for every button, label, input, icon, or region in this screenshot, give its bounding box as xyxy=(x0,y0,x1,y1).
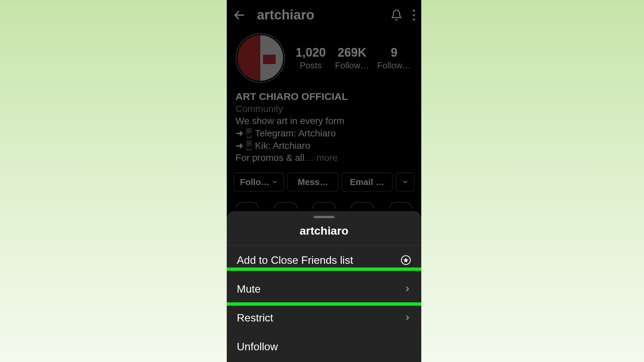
sheet-item-restrict[interactable]: Restrict xyxy=(227,303,421,332)
chevron-right-icon xyxy=(404,314,411,321)
chevron-right-icon xyxy=(404,285,411,293)
sheet-item-label: Add to Close Friends list xyxy=(237,254,353,266)
sheet-item-mute[interactable]: Mute xyxy=(227,275,421,303)
sheet-item-label: Mute xyxy=(237,283,261,295)
sheet-title: artchiaro xyxy=(227,218,421,246)
sheet-item-label: Unfollow xyxy=(237,341,278,353)
sheet-item-unfollow[interactable]: Unfollow xyxy=(227,332,421,361)
following-bottom-sheet: artchiaro Add to Close Friends list Mute… xyxy=(227,211,421,362)
phone-screen: artchiaro 1,020 Posts 269K Follow… 9 F xyxy=(227,0,421,362)
sheet-item-label: Restrict xyxy=(237,312,273,324)
sheet-item-close-friends[interactable]: Add to Close Friends list xyxy=(227,246,421,275)
sheet-drag-handle[interactable] xyxy=(314,216,334,218)
svg-marker-5 xyxy=(403,258,408,263)
star-circle-icon xyxy=(400,255,411,265)
